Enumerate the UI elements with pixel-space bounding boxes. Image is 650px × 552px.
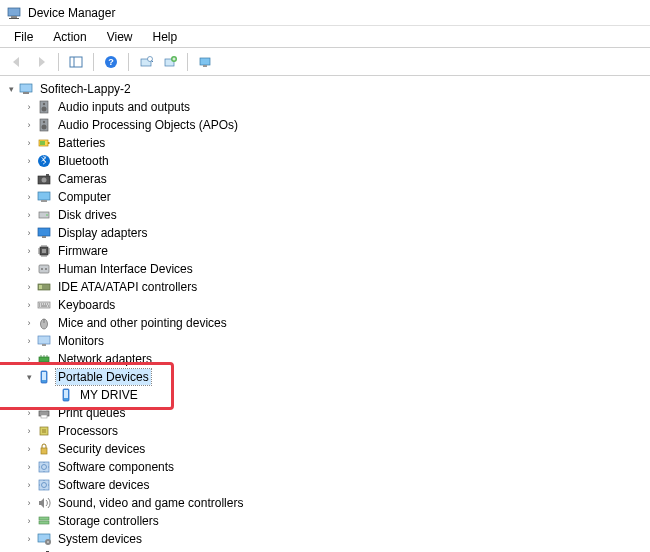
tree-category[interactable]: › IDE ATA/ATAPI controllers [0, 278, 650, 296]
tree-arrow-expanded[interactable]: ▾ [22, 370, 36, 384]
svg-rect-45 [38, 336, 50, 344]
tree-category-label: Software devices [56, 477, 151, 493]
tree-category[interactable]: ▾ Portable Devices [0, 368, 650, 386]
titlebar: Device Manager [0, 0, 650, 26]
tree-category[interactable]: › Mice and other pointing devices [0, 314, 650, 332]
tree-category[interactable]: › Human Interface Devices [0, 260, 650, 278]
tree-category-label: Print queues [56, 405, 127, 421]
tree-category-label: Human Interface Devices [56, 261, 195, 277]
tree-device[interactable]: MY DRIVE [0, 386, 650, 404]
device-tree[interactable]: ▾ Sofitech-Lappy-2 › Audio inputs and ou… [0, 76, 650, 552]
tree-category[interactable]: › Network adapters [0, 350, 650, 368]
tree-arrow-collapsed[interactable]: › [22, 334, 36, 348]
svg-rect-36 [42, 249, 46, 253]
tree-arrow-collapsed[interactable]: › [22, 136, 36, 150]
svg-rect-3 [70, 57, 82, 67]
software-icon [36, 477, 52, 493]
svg-rect-42 [38, 302, 50, 308]
scan-hardware-button[interactable] [135, 51, 157, 73]
tree-arrow-collapsed[interactable]: › [22, 208, 36, 222]
tree-category[interactable]: › Display adapters [0, 224, 650, 242]
portable-icon [36, 369, 52, 385]
tree-category[interactable]: › Keyboards [0, 296, 650, 314]
svg-rect-41 [39, 285, 42, 289]
tree-category[interactable]: › Cameras [0, 170, 650, 188]
tree-arrow-expanded[interactable]: ▾ [4, 82, 18, 96]
tree-arrow-collapsed[interactable]: › [22, 226, 36, 240]
svg-rect-46 [42, 344, 46, 346]
svg-rect-2 [9, 18, 19, 19]
menu-view[interactable]: View [97, 28, 143, 46]
tree-category[interactable]: › Processors [0, 422, 650, 440]
computer-button[interactable] [194, 51, 216, 73]
help-button[interactable]: ? [100, 51, 122, 73]
svg-point-66 [47, 541, 49, 543]
tree-category[interactable]: › Software devices [0, 476, 650, 494]
tree-arrow-collapsed[interactable]: › [22, 442, 36, 456]
tree-category[interactable]: › Software components [0, 458, 650, 476]
forward-button[interactable] [30, 51, 52, 73]
tree-category-label: Cameras [56, 171, 109, 187]
tree-category-label: Monitors [56, 333, 106, 349]
tree-arrow-collapsed[interactable]: › [22, 514, 36, 528]
menu-file[interactable]: File [4, 28, 43, 46]
tree-container: ▾ Sofitech-Lappy-2 › Audio inputs and ou… [0, 76, 650, 552]
tree-category[interactable]: › Computer [0, 188, 650, 206]
chip-icon [36, 243, 52, 259]
tree-arrow-collapsed[interactable]: › [22, 316, 36, 330]
monitor-icon [36, 333, 52, 349]
svg-rect-30 [41, 200, 47, 202]
tree-category[interactable]: › Universal Serial Bus controllers [0, 548, 650, 552]
tree-category[interactable]: › Audio inputs and outputs [0, 98, 650, 116]
tree-category[interactable]: › Disk drives [0, 206, 650, 224]
tree-category[interactable]: › Storage controllers [0, 512, 650, 530]
svg-rect-29 [38, 192, 50, 200]
toolbar-separator [93, 53, 94, 71]
tree-category[interactable]: › Firmware [0, 242, 650, 260]
tree-category[interactable]: › Monitors [0, 332, 650, 350]
tree-root[interactable]: ▾ Sofitech-Lappy-2 [0, 80, 650, 98]
tree-arrow-collapsed[interactable]: › [22, 190, 36, 204]
tree-arrow-collapsed[interactable]: › [22, 352, 36, 366]
tree-arrow-collapsed[interactable]: › [22, 532, 36, 546]
toolbar-separator [128, 53, 129, 71]
tree-arrow-collapsed[interactable]: › [22, 154, 36, 168]
tree-category[interactable]: › Audio Processing Objects (APOs) [0, 116, 650, 134]
back-button[interactable] [6, 51, 28, 73]
svg-rect-15 [23, 92, 29, 94]
svg-rect-12 [200, 58, 210, 65]
tree-arrow-collapsed[interactable]: › [22, 478, 36, 492]
svg-rect-49 [42, 372, 46, 380]
menu-action[interactable]: Action [43, 28, 96, 46]
menu-help[interactable]: Help [143, 28, 188, 46]
tree-arrow-collapsed[interactable]: › [22, 280, 36, 294]
tree-arrow-collapsed[interactable]: › [22, 496, 36, 510]
tree-arrow-collapsed[interactable]: › [22, 262, 36, 276]
tree-arrow-collapsed[interactable]: › [22, 424, 36, 438]
tree-arrow-collapsed[interactable]: › [22, 460, 36, 474]
tree-arrow-collapsed[interactable]: › [22, 298, 36, 312]
tree-arrow-collapsed[interactable]: › [22, 406, 36, 420]
window-title: Device Manager [28, 6, 115, 20]
camera-icon [36, 171, 52, 187]
show-hide-tree-button[interactable] [65, 51, 87, 73]
cpu-icon [36, 423, 52, 439]
security-icon [36, 441, 52, 457]
tree-category[interactable]: › Bluetooth [0, 152, 650, 170]
tree-category[interactable]: › System devices [0, 530, 650, 548]
add-hardware-button[interactable] [159, 51, 181, 73]
tree-arrow-collapsed[interactable]: › [22, 118, 36, 132]
tree-root-label: Sofitech-Lappy-2 [38, 81, 133, 97]
network-icon [36, 351, 52, 367]
tree-category[interactable]: › Security devices [0, 440, 650, 458]
tree-arrow-collapsed[interactable]: › [22, 244, 36, 258]
svg-point-17 [42, 107, 47, 112]
tree-category[interactable]: › Batteries [0, 134, 650, 152]
tree-category[interactable]: › Print queues [0, 404, 650, 422]
tree-arrow-collapsed[interactable]: › [22, 172, 36, 186]
svg-rect-53 [41, 408, 47, 411]
tree-category[interactable]: › Sound, video and game controllers [0, 494, 650, 512]
svg-rect-62 [39, 517, 49, 520]
svg-rect-51 [64, 390, 68, 398]
tree-arrow-collapsed[interactable]: › [22, 100, 36, 114]
